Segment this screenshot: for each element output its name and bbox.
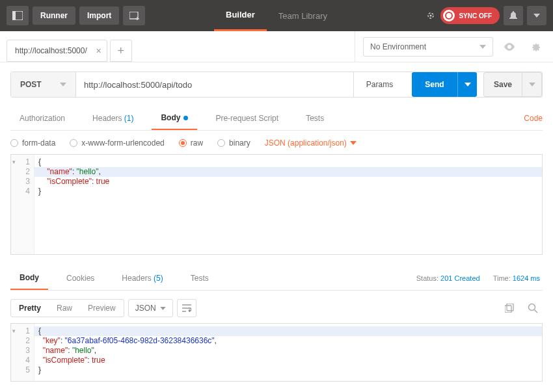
environment-label: No Environment <box>370 42 426 51</box>
gear-icon[interactable] <box>526 37 545 57</box>
request-row: POST http://localhost:5000/api/todo Para… <box>10 72 543 98</box>
wrap-lines-button[interactable] <box>177 299 196 317</box>
svg-point-12 <box>529 304 535 311</box>
chevron-down-icon <box>350 141 357 145</box>
radio-raw[interactable]: raw <box>179 138 203 148</box>
save-button[interactable]: Save <box>483 72 522 97</box>
tab-team-library[interactable]: Team Library <box>267 0 339 31</box>
new-tab-button[interactable]: + <box>110 40 132 62</box>
svg-point-6 <box>430 15 432 17</box>
view-pretty[interactable]: Pretty <box>11 300 49 317</box>
editor-code[interactable]: { "name": "hello", "isComplete": true } <box>34 155 542 254</box>
tab-tests[interactable]: Tests <box>297 107 333 129</box>
env-bar: http://localhost:5000/ × + No Environmen… <box>0 31 553 62</box>
editor-code: { "key": "6a37abaf-6f05-468c-982d-362384… <box>34 324 542 381</box>
status-info: Status: 201 Created Time: 1624 ms <box>416 274 543 282</box>
svg-rect-10 <box>505 306 511 313</box>
resp-tab-headers[interactable]: Headers (5) <box>113 267 172 289</box>
request-subtabs: Authorization Headers (1) Body Pre-reque… <box>10 107 543 131</box>
request-tab[interactable]: http://localhost:5000/ × <box>7 40 107 62</box>
svg-rect-2 <box>129 12 138 19</box>
search-icon[interactable] <box>523 298 543 318</box>
environment-select[interactable]: No Environment <box>363 37 493 57</box>
copy-button[interactable] <box>500 298 519 318</box>
editor-gutter: ▾1 2 3 4 <box>11 155 34 254</box>
tab-body[interactable]: Body <box>152 107 197 130</box>
sidebar-toggle-button[interactable] <box>7 6 29 25</box>
close-icon[interactable]: × <box>96 46 101 56</box>
send-dropdown[interactable] <box>457 72 477 97</box>
interceptor-icon[interactable] <box>425 10 437 21</box>
tab-prerequest[interactable]: Pre-request Script <box>206 107 288 129</box>
quick-look-button[interactable] <box>500 37 519 57</box>
response-body-editor[interactable]: ▾1 2 3 4 5 { "key": "6a37abaf-6f05-468c-… <box>10 323 543 382</box>
request-tab-label: http://localhost:5000/ <box>15 46 87 55</box>
request-panel: POST http://localhost:5000/api/todo Para… <box>0 62 553 382</box>
radio-binary[interactable]: binary <box>217 138 250 148</box>
resp-tab-cookies[interactable]: Cookies <box>57 267 103 289</box>
method-select[interactable]: POST <box>11 72 76 97</box>
params-button[interactable]: Params <box>353 72 405 97</box>
save-dropdown[interactable] <box>522 72 542 97</box>
resp-tab-body[interactable]: Body <box>10 267 48 290</box>
import-button[interactable]: Import <box>79 7 119 25</box>
url-input[interactable]: http://localhost:5000/api/todo <box>76 72 353 97</box>
new-window-button[interactable] <box>123 6 145 25</box>
radio-form-data[interactable]: form-data <box>10 138 55 148</box>
unsaved-dot-icon <box>183 116 188 120</box>
response-toolbar: Pretty Raw Preview JSON <box>10 291 543 323</box>
runner-button[interactable]: Runner <box>33 7 75 25</box>
resp-tab-tests[interactable]: Tests <box>182 267 218 289</box>
request-body-editor[interactable]: ▾1 2 3 4 { "name": "hello", "isComplete"… <box>10 154 543 255</box>
settings-dropdown-button[interactable] <box>527 6 546 25</box>
view-raw[interactable]: Raw <box>49 300 80 317</box>
notifications-button[interactable] <box>504 6 523 25</box>
view-preview[interactable]: Preview <box>80 300 124 317</box>
tab-builder[interactable]: Builder <box>214 0 267 31</box>
editor-gutter: ▾1 2 3 4 5 <box>11 324 34 381</box>
method-label: POST <box>20 80 42 89</box>
view-mode-segment: Pretty Raw Preview <box>10 299 124 317</box>
chevron-down-icon <box>160 307 166 310</box>
top-nav: Builder Team Library <box>214 0 339 31</box>
tab-headers[interactable]: Headers (1) <box>83 107 142 129</box>
sync-icon <box>443 10 455 21</box>
tab-authorization[interactable]: Authorization <box>10 107 74 129</box>
chevron-down-icon <box>479 45 486 49</box>
chevron-down-icon <box>60 83 66 86</box>
request-tabstrip: http://localhost:5000/ × + <box>0 31 355 62</box>
response-tabs: Body Cookies Headers (5) Tests Status: 2… <box>10 267 543 291</box>
top-bar: Runner Import Builder Team Library SYNC … <box>0 0 553 31</box>
time-value: 1624 ms <box>513 274 540 282</box>
body-type-row: form-data x-www-form-urlencoded raw bina… <box>10 131 543 154</box>
status-value: 201 Created <box>440 274 480 282</box>
svg-rect-1 <box>12 11 16 20</box>
svg-line-13 <box>535 310 538 313</box>
radio-xwww[interactable]: x-www-form-urlencoded <box>70 138 164 148</box>
sync-button[interactable]: SYNC OFF <box>440 7 500 24</box>
send-button[interactable]: Send <box>412 72 457 97</box>
code-link[interactable]: Code <box>524 107 543 129</box>
format-select[interactable]: JSON <box>128 299 173 317</box>
sync-label: SYNC OFF <box>459 12 492 20</box>
svg-rect-11 <box>507 304 513 311</box>
content-type-select[interactable]: JSON (application/json) <box>265 138 357 148</box>
